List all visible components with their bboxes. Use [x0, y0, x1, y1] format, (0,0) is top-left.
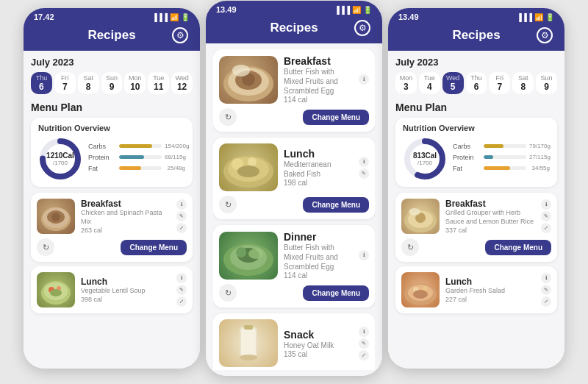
time-2: 13.49 [216, 5, 237, 14]
cal-day-fri3[interactable]: Fri 7 [489, 72, 510, 94]
meal-info-lunch-1: Lunch Vegetable Lentil Soup 398 cal [81, 277, 171, 303]
info-icon-b2[interactable]: ℹ [359, 74, 369, 85]
gear-icon-1[interactable]: ⚙ [172, 27, 188, 43]
header-2: Recipes ⚙ [206, 17, 382, 43]
nutrition-title-3: Nutrition Overview [403, 124, 550, 132]
fat-label-3: Fat [453, 165, 481, 172]
cal-total-1: /1700 [46, 160, 74, 166]
cal-day-sun[interactable]: Sun 9 [101, 72, 123, 94]
cal-day-tue[interactable]: Tue 11 [148, 72, 169, 94]
refresh-btn-b1[interactable]: ↻ [37, 238, 54, 256]
svg-point-19 [248, 157, 257, 166]
meal-type-lunch-1: Lunch [81, 277, 171, 287]
edit-icon-l2[interactable]: ✎ [359, 168, 369, 179]
meal-desc-lunch-2: Mediterranean Baked Fish [284, 160, 353, 179]
cal-day-sat3[interactable]: Sat 8 [512, 72, 534, 94]
info-icon-l3[interactable]: ℹ [541, 273, 551, 283]
svg-point-28 [240, 355, 257, 360]
svg-point-10 [50, 289, 62, 296]
share-icon-l1[interactable]: ⤢ [176, 296, 187, 307]
cal-day-thu3[interactable]: Thu 6 [466, 72, 487, 94]
svg-point-5 [51, 213, 60, 221]
cal-day-wed[interactable]: Wed 12 [171, 72, 193, 94]
status-bar-2: 13.49 ▐▐▐ 📶 🔋 [206, 1, 382, 17]
info-icon-b3[interactable]: ℹ [541, 199, 551, 210]
cal-day-fri[interactable]: Fri 7 [54, 72, 76, 94]
scroll-area-2[interactable]: Breakfast Butter Fish with Mixed Fruits … [213, 49, 375, 370]
share-icon-s2[interactable]: ⤢ [359, 350, 369, 360]
meal-desc-lunch-1: Vegetable Lentil Soup [81, 287, 171, 296]
edit-icon-l1[interactable]: ✎ [176, 285, 187, 295]
status-icons-2: ▐▐▐ 📶 🔋 [334, 6, 372, 14]
svg-point-35 [409, 208, 420, 216]
refresh-btn-b2[interactable]: ↻ [219, 108, 237, 126]
cal-day-thu[interactable]: Thu 6 [31, 72, 52, 94]
cal-total-3: /1700 [413, 160, 437, 166]
meal-icons-breakfast-2: ℹ [359, 74, 369, 85]
cal-day-sat[interactable]: Sat 8 [78, 72, 99, 94]
meal-info-snack-2: Snack Honey Oat Milk 135 cal [284, 329, 353, 358]
info-icon-b1[interactable]: ℹ [176, 199, 187, 210]
share-icon-b3[interactable]: ⤢ [541, 223, 551, 233]
cal-day-mon3[interactable]: Mon 3 [395, 72, 417, 94]
donut-1: 1210Cal /1700 [38, 137, 82, 181]
meal-icons-snack-2: ℹ ✎ ⤢ [359, 327, 369, 360]
edit-icon-s2[interactable]: ✎ [359, 338, 369, 349]
change-menu-btn-b3[interactable]: Change Menu [485, 240, 551, 255]
meal-info-breakfast-3: Breakfast Grilled Grouper with Herb Sauc… [445, 199, 535, 233]
status-icons-1: ▐▐▐ 📶 🔋 [152, 13, 190, 21]
refresh-btn-b3[interactable]: ↻ [401, 238, 419, 256]
info-icon-l1[interactable]: ℹ [176, 273, 187, 283]
svg-rect-27 [241, 328, 256, 356]
meal-info-lunch-3: Lunch Garden Fresh Salad 227 cal [445, 277, 535, 303]
gear-icon-2[interactable]: ⚙ [354, 20, 370, 36]
edit-icon-b1[interactable]: ✎ [176, 211, 187, 221]
change-menu-btn-b1[interactable]: Change Menu [121, 240, 187, 255]
meal-cal-lunch-3: 227 cal [445, 296, 535, 303]
info-icon-l2[interactable]: ℹ [359, 157, 369, 167]
protein-val-3: 27/115g [529, 154, 550, 160]
meal-desc-breakfast-1: Chicken and Spinach Pasta Mix [81, 209, 171, 226]
meal-type-lunch-2: Lunch [284, 148, 353, 160]
carbs-val-1: 154/200g [165, 143, 185, 149]
meal-icons-breakfast-1: ℹ ✎ ⤢ [176, 199, 187, 233]
cal-day-sun3[interactable]: Sun 9 [536, 72, 557, 94]
info-icon-d2[interactable]: ℹ [359, 250, 369, 260]
meal-type-breakfast-1: Breakfast [81, 199, 171, 209]
calendar-1: Thu 6 Fri 7 Sat 8 Sun 9 Mon 10 [31, 72, 193, 94]
change-menu-btn-d2[interactable]: Change Menu [303, 285, 369, 301]
refresh-btn-l2[interactable]: ↻ [219, 196, 237, 213]
calendar-3: Mon 3 Tue 4 Wed 5 Thu 6 Fri 7 [395, 72, 557, 94]
change-menu-btn-b2[interactable]: Change Menu [303, 110, 369, 125]
phone-3: 13.49 ▐▐▐ 📶 🔋 Recipes ⚙ July 2023 Mon 3 … [388, 8, 564, 369]
date-label-3: July 2023 [395, 57, 557, 68]
meal-info-dinner-2: Dinner Butter Fish with Mixed Fruits and… [284, 231, 353, 280]
meal-img-lunch-1 [37, 272, 75, 307]
change-menu-btn-l2[interactable]: Change Menu [303, 197, 369, 213]
donut-3: 813Cal /1700 [403, 137, 447, 181]
meal-info-breakfast-2: Breakfast Butter Fish with Mixed Fruits … [284, 55, 353, 104]
cal-day-wed3[interactable]: Wed 5 [442, 72, 464, 94]
share-icon-l3[interactable]: ⤢ [541, 296, 551, 307]
phone-2: 13.49 ▐▐▐ 📶 🔋 Recipes ⚙ [206, 1, 382, 376]
meal-card-lunch-1: Lunch Vegetable Lentil Soup 398 cal ℹ ✎ … [31, 266, 193, 313]
info-icon-s2[interactable]: ℹ [359, 327, 369, 337]
cal-day-mon[interactable]: Mon 10 [124, 72, 146, 94]
header-title-3: Recipes [416, 28, 537, 43]
meal-icons-lunch-3: ℹ ✎ ⤢ [541, 273, 551, 307]
gear-icon-3[interactable]: ⚙ [537, 27, 553, 43]
carbs-val-3: 79/170g [529, 143, 550, 149]
status-icons-3: ▐▐▐ 📶 🔋 [517, 13, 554, 21]
svg-point-20 [237, 166, 259, 177]
edit-icon-b3[interactable]: ✎ [541, 211, 551, 221]
protein-label-3: Protein [453, 154, 481, 161]
meal-cal-lunch-2: 198 cal [284, 179, 353, 187]
cal-day-tue3[interactable]: Tue 4 [419, 72, 440, 94]
share-icon-b1[interactable]: ⤢ [176, 223, 187, 233]
meal-card-lunch-2: Lunch Mediterranean Baked Fish 198 cal ℹ… [213, 138, 375, 219]
status-bar-1: 17.42 ▐▐▐ 📶 🔋 [24, 8, 200, 24]
meal-card-dinner-2: Dinner Butter Fish with Mixed Fruits and… [213, 225, 375, 307]
edit-icon-l3[interactable]: ✎ [541, 285, 551, 295]
meal-img-snack-2 [219, 319, 278, 367]
refresh-btn-d2[interactable]: ↻ [219, 284, 237, 302]
